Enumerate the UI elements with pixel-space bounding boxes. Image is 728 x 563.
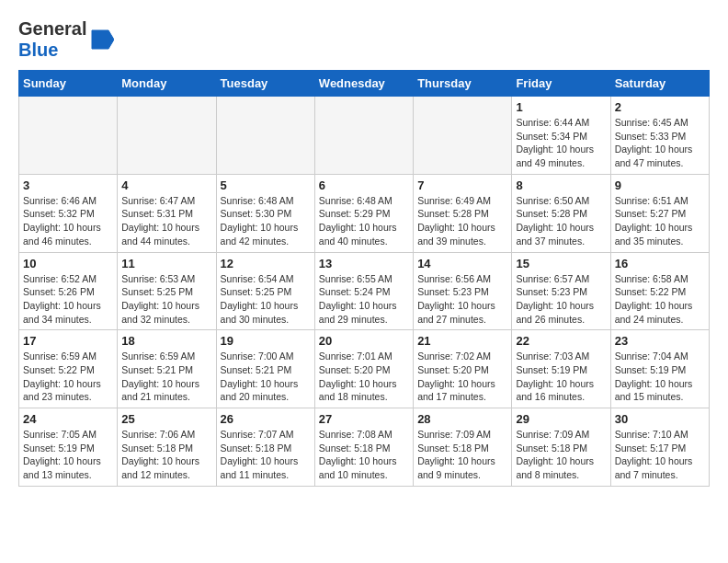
calendar-day-cell: 21Sunrise: 7:02 AM Sunset: 5:20 PM Dayli…: [414, 330, 512, 408]
day-info: Sunrise: 7:07 AM Sunset: 5:18 PM Dayligh…: [221, 428, 311, 482]
calendar-day-cell: [414, 97, 512, 175]
calendar-day-cell: 28Sunrise: 7:09 AM Sunset: 5:18 PM Dayli…: [414, 408, 512, 487]
day-info: Sunrise: 7:01 AM Sunset: 5:20 PM Dayligh…: [319, 350, 409, 404]
day-number: 16: [615, 257, 705, 270]
calendar-day-cell: [118, 97, 216, 175]
logo-general-text: General: [18, 18, 86, 39]
calendar-day-cell: 10Sunrise: 6:52 AM Sunset: 5:26 PM Dayli…: [19, 252, 118, 330]
calendar-day-cell: 27Sunrise: 7:08 AM Sunset: 5:18 PM Dayli…: [314, 408, 413, 487]
calendar-header-tuesday: Tuesday: [216, 71, 314, 97]
calendar-header-thursday: Thursday: [414, 71, 512, 97]
day-number: 3: [23, 178, 113, 192]
day-info: Sunrise: 6:50 AM Sunset: 5:28 PM Dayligh…: [516, 194, 606, 248]
calendar-header-wednesday: Wednesday: [314, 71, 413, 97]
day-number: 1: [516, 100, 606, 114]
calendar-day-cell: 12Sunrise: 6:54 AM Sunset: 5:25 PM Dayli…: [216, 252, 314, 330]
day-number: 25: [121, 412, 211, 426]
calendar-table: SundayMondayTuesdayWednesdayThursdayFrid…: [18, 70, 710, 487]
day-info: Sunrise: 6:48 AM Sunset: 5:29 PM Dayligh…: [319, 194, 409, 248]
calendar-day-cell: 30Sunrise: 7:10 AM Sunset: 5:17 PM Dayli…: [610, 408, 709, 487]
day-number: 21: [417, 334, 507, 348]
day-number: 19: [221, 334, 311, 348]
day-number: 28: [417, 412, 507, 426]
calendar-header-saturday: Saturday: [610, 71, 709, 97]
day-info: Sunrise: 6:56 AM Sunset: 5:23 PM Dayligh…: [417, 272, 507, 327]
calendar-day-cell: 22Sunrise: 7:03 AM Sunset: 5:19 PM Dayli…: [512, 330, 610, 408]
calendar-week-row: 10Sunrise: 6:52 AM Sunset: 5:26 PM Dayli…: [19, 252, 710, 330]
day-number: 14: [417, 257, 507, 270]
calendar-header-monday: Monday: [118, 71, 216, 97]
calendar-day-cell: 11Sunrise: 6:53 AM Sunset: 5:25 PM Dayli…: [118, 252, 216, 330]
calendar-week-row: 3Sunrise: 6:46 AM Sunset: 5:32 PM Daylig…: [19, 174, 710, 252]
day-number: 26: [221, 412, 311, 426]
day-number: 11: [121, 257, 211, 270]
day-number: 18: [121, 334, 211, 348]
calendar-header-row: SundayMondayTuesdayWednesdayThursdayFrid…: [19, 71, 710, 97]
calendar-day-cell: 16Sunrise: 6:58 AM Sunset: 5:22 PM Dayli…: [610, 252, 709, 330]
calendar-day-cell: 8Sunrise: 6:50 AM Sunset: 5:28 PM Daylig…: [512, 174, 610, 252]
day-info: Sunrise: 7:04 AM Sunset: 5:19 PM Dayligh…: [615, 350, 705, 404]
day-number: 9: [615, 178, 705, 192]
day-info: Sunrise: 6:57 AM Sunset: 5:23 PM Dayligh…: [516, 272, 606, 327]
calendar-day-cell: 3Sunrise: 6:46 AM Sunset: 5:32 PM Daylig…: [19, 174, 118, 252]
day-number: 24: [23, 412, 113, 426]
day-info: Sunrise: 6:52 AM Sunset: 5:26 PM Dayligh…: [23, 272, 113, 327]
calendar-day-cell: 4Sunrise: 6:47 AM Sunset: 5:31 PM Daylig…: [118, 174, 216, 252]
day-number: 13: [319, 257, 409, 270]
day-number: 20: [319, 334, 409, 348]
calendar-day-cell: 24Sunrise: 7:05 AM Sunset: 5:19 PM Dayli…: [19, 408, 118, 487]
day-number: 30: [615, 412, 705, 426]
day-number: 22: [516, 334, 606, 348]
day-number: 23: [615, 334, 705, 348]
calendar-day-cell: 25Sunrise: 7:06 AM Sunset: 5:18 PM Dayli…: [118, 408, 216, 487]
calendar-day-cell: 14Sunrise: 6:56 AM Sunset: 5:23 PM Dayli…: [414, 252, 512, 330]
day-info: Sunrise: 6:53 AM Sunset: 5:25 PM Dayligh…: [121, 272, 211, 327]
day-number: 8: [516, 178, 606, 192]
calendar-day-cell: 9Sunrise: 6:51 AM Sunset: 5:27 PM Daylig…: [610, 174, 709, 252]
day-info: Sunrise: 7:10 AM Sunset: 5:17 PM Dayligh…: [615, 428, 705, 482]
calendar-day-cell: 1Sunrise: 6:44 AM Sunset: 5:34 PM Daylig…: [512, 97, 610, 175]
day-number: 29: [516, 412, 606, 426]
day-number: 15: [516, 257, 606, 270]
day-number: 7: [417, 178, 507, 192]
calendar-day-cell: [19, 97, 118, 175]
day-info: Sunrise: 6:51 AM Sunset: 5:27 PM Dayligh…: [615, 194, 705, 248]
calendar-day-cell: 6Sunrise: 6:48 AM Sunset: 5:29 PM Daylig…: [314, 174, 413, 252]
day-number: 5: [221, 178, 311, 192]
calendar-day-cell: 23Sunrise: 7:04 AM Sunset: 5:19 PM Dayli…: [610, 330, 709, 408]
calendar-day-cell: 29Sunrise: 7:09 AM Sunset: 5:18 PM Dayli…: [512, 408, 610, 487]
day-info: Sunrise: 7:08 AM Sunset: 5:18 PM Dayligh…: [319, 428, 409, 482]
day-info: Sunrise: 6:46 AM Sunset: 5:32 PM Dayligh…: [23, 194, 113, 248]
calendar-day-cell: 20Sunrise: 7:01 AM Sunset: 5:20 PM Dayli…: [314, 330, 413, 408]
calendar-day-cell: [216, 97, 314, 175]
day-number: 4: [121, 178, 211, 192]
calendar-day-cell: 26Sunrise: 7:07 AM Sunset: 5:18 PM Dayli…: [216, 408, 314, 487]
day-info: Sunrise: 6:54 AM Sunset: 5:25 PM Dayligh…: [221, 272, 311, 327]
day-info: Sunrise: 6:55 AM Sunset: 5:24 PM Dayligh…: [319, 272, 409, 327]
day-info: Sunrise: 6:48 AM Sunset: 5:30 PM Dayligh…: [221, 194, 311, 248]
day-number: 10: [23, 257, 113, 270]
day-info: Sunrise: 7:05 AM Sunset: 5:19 PM Dayligh…: [23, 428, 113, 482]
day-info: Sunrise: 7:00 AM Sunset: 5:21 PM Dayligh…: [221, 350, 311, 404]
day-info: Sunrise: 6:49 AM Sunset: 5:28 PM Dayligh…: [417, 194, 507, 248]
day-info: Sunrise: 7:06 AM Sunset: 5:18 PM Dayligh…: [121, 428, 211, 482]
calendar-day-cell: 18Sunrise: 6:59 AM Sunset: 5:21 PM Dayli…: [118, 330, 216, 408]
svg-marker-0: [92, 30, 114, 49]
calendar-day-cell: 2Sunrise: 6:45 AM Sunset: 5:33 PM Daylig…: [610, 97, 709, 175]
day-info: Sunrise: 6:45 AM Sunset: 5:33 PM Dayligh…: [615, 116, 705, 170]
calendar-week-row: 24Sunrise: 7:05 AM Sunset: 5:19 PM Dayli…: [19, 408, 710, 487]
calendar-week-row: 1Sunrise: 6:44 AM Sunset: 5:34 PM Daylig…: [19, 97, 710, 175]
page-header: General Blue: [18, 18, 710, 61]
day-info: Sunrise: 7:02 AM Sunset: 5:20 PM Dayligh…: [417, 350, 507, 404]
day-info: Sunrise: 6:47 AM Sunset: 5:31 PM Dayligh…: [121, 194, 211, 248]
logo-blue-text: Blue: [18, 40, 58, 60]
day-info: Sunrise: 6:58 AM Sunset: 5:22 PM Dayligh…: [615, 272, 705, 327]
day-info: Sunrise: 6:59 AM Sunset: 5:22 PM Dayligh…: [23, 350, 113, 404]
day-info: Sunrise: 7:03 AM Sunset: 5:19 PM Dayligh…: [516, 350, 606, 404]
calendar-header-sunday: Sunday: [19, 71, 118, 97]
day-number: 17: [23, 334, 113, 348]
logo: General Blue: [18, 18, 114, 61]
day-info: Sunrise: 6:44 AM Sunset: 5:34 PM Dayligh…: [516, 116, 606, 170]
day-number: 12: [221, 257, 311, 270]
day-info: Sunrise: 6:59 AM Sunset: 5:21 PM Dayligh…: [121, 350, 211, 404]
